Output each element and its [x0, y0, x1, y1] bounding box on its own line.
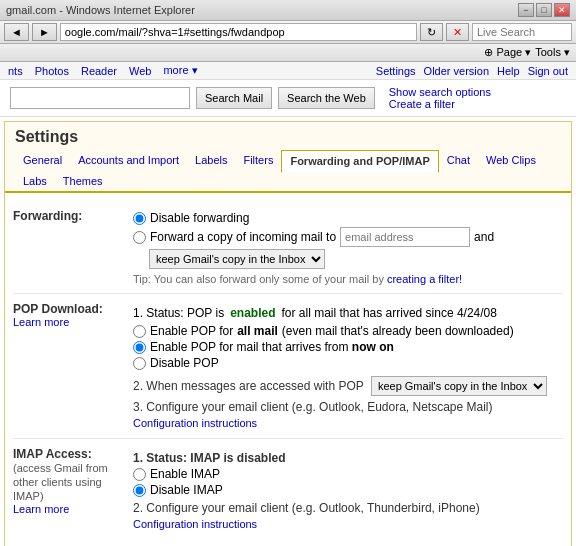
- forwarding-enable-radio[interactable]: [133, 231, 146, 244]
- ie-search-input[interactable]: [472, 23, 572, 41]
- pop-status-2: for all mail that has arrived since 4/24…: [282, 306, 497, 320]
- top-link-help[interactable]: Help: [497, 65, 520, 77]
- bookmark-reader[interactable]: Reader: [81, 65, 117, 77]
- bookmark-nts[interactable]: nts: [8, 65, 23, 77]
- top-links: Settings Older version Help Sign out: [376, 65, 568, 77]
- top-link-older[interactable]: Older version: [424, 65, 489, 77]
- bookmark-web[interactable]: Web: [129, 65, 151, 77]
- gmail-search-bar: Search Mail Search the Web Show search o…: [0, 80, 576, 117]
- close-button[interactable]: ✕: [554, 3, 570, 17]
- imap-disable-text: Disable IMAP: [150, 483, 223, 497]
- imap-enable-radio[interactable]: [133, 468, 146, 481]
- forwarding-tip: Tip: You can also forward only some of y…: [133, 273, 563, 285]
- imap-body: 1. Status: IMAP is disabled Enable IMAP …: [133, 447, 563, 531]
- tab-filters[interactable]: Filters: [235, 150, 281, 171]
- imap-status: 1. Status: IMAP is disabled: [133, 451, 563, 465]
- minimize-button[interactable]: −: [518, 3, 534, 17]
- search-extra-links: Show search options Create a filter: [389, 86, 491, 110]
- tab-accounts[interactable]: Accounts and Import: [70, 150, 187, 171]
- imap-sub2: other clients using IMAP): [13, 476, 102, 502]
- pop-learn-more[interactable]: Learn more: [13, 316, 123, 328]
- forward-button[interactable]: ►: [32, 23, 57, 41]
- forwarding-disable-radio[interactable]: [133, 212, 146, 225]
- imap-config-link[interactable]: Configuration instructions: [133, 518, 257, 530]
- create-filter-link[interactable]: Create a filter: [389, 98, 491, 110]
- tab-labels[interactable]: Labels: [187, 150, 235, 171]
- forwarding-email-input[interactable]: [340, 227, 470, 247]
- pop-allmail-text2: (even mail that's already been downloade…: [282, 324, 514, 338]
- pop-step3-eg: (e.g. Outlook, Eudora, Netscape Mail): [292, 400, 493, 414]
- pop-label: POP Download: Learn more: [13, 302, 123, 430]
- top-link-signout[interactable]: Sign out: [528, 65, 568, 77]
- settings-panel: Settings General Accounts and Import Lab…: [4, 121, 572, 546]
- imap-sub1: (access Gmail from: [13, 462, 108, 474]
- pop-allmail-text1: Enable POP for: [150, 324, 233, 338]
- pop-allmail-radio[interactable]: [133, 325, 146, 338]
- imap-status-text: 1. Status: IMAP is disabled: [133, 451, 285, 465]
- tab-chat[interactable]: Chat: [439, 150, 478, 171]
- forwarding-label: Forwarding:: [13, 209, 123, 285]
- show-options-link[interactable]: Show search options: [389, 86, 491, 98]
- stop-button[interactable]: ✕: [446, 23, 469, 41]
- refresh-button[interactable]: ↻: [420, 23, 443, 41]
- address-bar[interactable]: [60, 23, 417, 41]
- imap-step2-eg: (e.g. Outlook, Thunderbird, iPhone): [292, 501, 480, 515]
- imap-disable-radio[interactable]: [133, 484, 146, 497]
- tab-forwarding[interactable]: Forwarding and POP/IMAP: [281, 150, 438, 173]
- browser-title-bar: gmail.com - Windows Internet Explorer − …: [0, 0, 576, 21]
- pop-config-link[interactable]: Configuration instructions: [133, 417, 257, 429]
- forwarding-tip-text: Tip: You can also forward only some of y…: [133, 273, 384, 285]
- tab-themes[interactable]: Themes: [55, 171, 111, 191]
- pop-action-dropdown[interactable]: keep Gmail's copy in the Inbox: [371, 376, 547, 396]
- tab-webclips[interactable]: Web Clips: [478, 150, 544, 171]
- bookmarks-more[interactable]: more ▾: [163, 64, 197, 77]
- imap-learn-more[interactable]: Learn more: [13, 503, 123, 515]
- settings-content: Forwarding: Disable forwarding Forward a…: [5, 193, 571, 546]
- pop-nowon-text: Enable POP for mail that arrives from no…: [150, 340, 394, 354]
- imap-label-text: IMAP Access:: [13, 447, 92, 461]
- search-mail-button[interactable]: Search Mail: [196, 87, 272, 109]
- tab-labs[interactable]: Labs: [15, 171, 55, 191]
- pop-label-text: POP Download:: [13, 302, 103, 316]
- browser-nav-bar: ◄ ► ↻ ✕: [0, 21, 576, 44]
- pop-allmail-bold: all mail: [237, 324, 278, 338]
- maximize-button[interactable]: □: [536, 3, 552, 17]
- forwarding-enable-text: Forward a copy of incoming mail to: [150, 230, 336, 244]
- pop-step3: 3. Configure your email client (e.g. Out…: [133, 400, 563, 414]
- pop-status-row: 1. Status: POP is enabled for all mail t…: [133, 306, 563, 320]
- search-web-button[interactable]: Search the Web: [278, 87, 375, 109]
- settings-tabs: General Accounts and Import Labels Filte…: [5, 148, 571, 193]
- toolbar-page[interactable]: ⊕ Page ▾: [484, 46, 531, 59]
- imap-step2: 2. Configure your email client (e.g. Out…: [133, 501, 563, 515]
- browser-title: gmail.com - Windows Internet Explorer: [6, 4, 518, 16]
- settings-title: Settings: [5, 122, 571, 148]
- pop-disable-text: Disable POP: [150, 356, 219, 370]
- pop-body: 1. Status: POP is enabled for all mail t…: [133, 302, 563, 430]
- pop-status-value: enabled: [230, 306, 275, 320]
- forwarding-enable-row: Forward a copy of incoming mail to and: [133, 227, 563, 247]
- tab-general[interactable]: General: [15, 150, 70, 171]
- imap-disable-row: Disable IMAP: [133, 483, 563, 497]
- forwarding-dropdown-row: keep Gmail's copy in the Inbox: [133, 249, 563, 269]
- imap-section: IMAP Access: (access Gmail from other cl…: [13, 439, 563, 539]
- gmail-search-input[interactable]: [10, 87, 190, 109]
- pop-status-1: 1. Status: POP is: [133, 306, 224, 320]
- toolbar-tools[interactable]: Tools ▾: [535, 46, 570, 59]
- pop-disable-row: Disable POP: [133, 356, 563, 370]
- forwarding-action-dropdown[interactable]: keep Gmail's copy in the Inbox: [149, 249, 325, 269]
- pop-disable-radio[interactable]: [133, 357, 146, 370]
- forwarding-body: Disable forwarding Forward a copy of inc…: [133, 209, 563, 285]
- window-controls[interactable]: − □ ✕: [518, 3, 570, 17]
- browser-toolbar: ⊕ Page ▾ Tools ▾: [0, 44, 576, 62]
- forwarding-disable-row: Disable forwarding: [133, 211, 563, 225]
- forwarding-section: Forwarding: Disable forwarding Forward a…: [13, 201, 563, 294]
- forwarding-disable-text: Disable forwarding: [150, 211, 249, 225]
- pop-nowon-radio[interactable]: [133, 341, 146, 354]
- creating-filter-link[interactable]: creating a filter!: [387, 273, 462, 285]
- top-link-settings[interactable]: Settings: [376, 65, 416, 77]
- bookmark-photos[interactable]: Photos: [35, 65, 69, 77]
- pop-all-mail-row: Enable POP for all mail (even mail that'…: [133, 324, 563, 338]
- imap-label: IMAP Access: (access Gmail from other cl…: [13, 447, 123, 531]
- pop-section: POP Download: Learn more 1. Status: POP …: [13, 294, 563, 439]
- back-button[interactable]: ◄: [4, 23, 29, 41]
